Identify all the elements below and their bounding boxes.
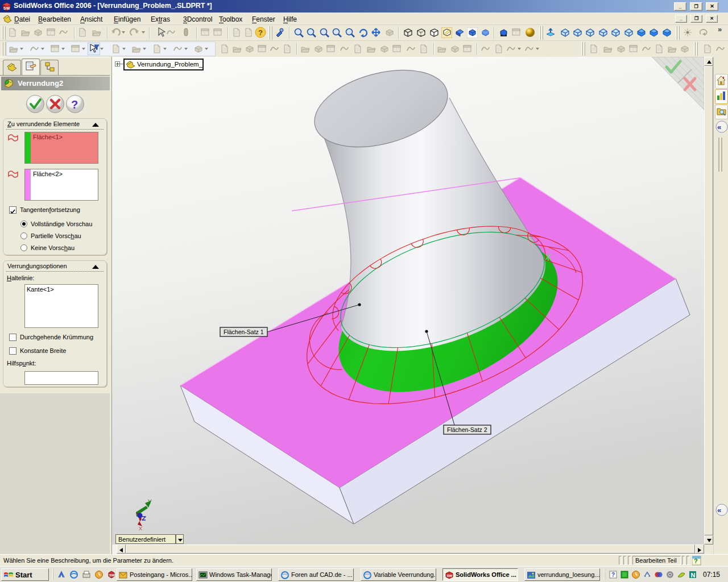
svg-text:Y: Y — [148, 499, 152, 505]
svg-text:«: « — [717, 506, 721, 514]
svg-text:SW: SW — [3, 6, 10, 10]
svg-text:SW: SW — [447, 574, 453, 577]
svg-text:?: ? — [71, 98, 78, 111]
svg-text:Flächen-Satz 2: Flächen-Satz 2 — [447, 426, 487, 433]
svg-text:«: « — [717, 123, 721, 131]
svg-text:N: N — [691, 572, 696, 579]
svg-text:?: ? — [258, 28, 263, 37]
svg-text:?: ? — [611, 572, 615, 578]
svg-text:SW: SW — [109, 573, 115, 577]
svg-text:?: ? — [694, 558, 698, 564]
svg-text:X: X — [139, 526, 142, 531]
svg-text:Flächen-Satz 1: Flächen-Satz 1 — [224, 329, 264, 335]
